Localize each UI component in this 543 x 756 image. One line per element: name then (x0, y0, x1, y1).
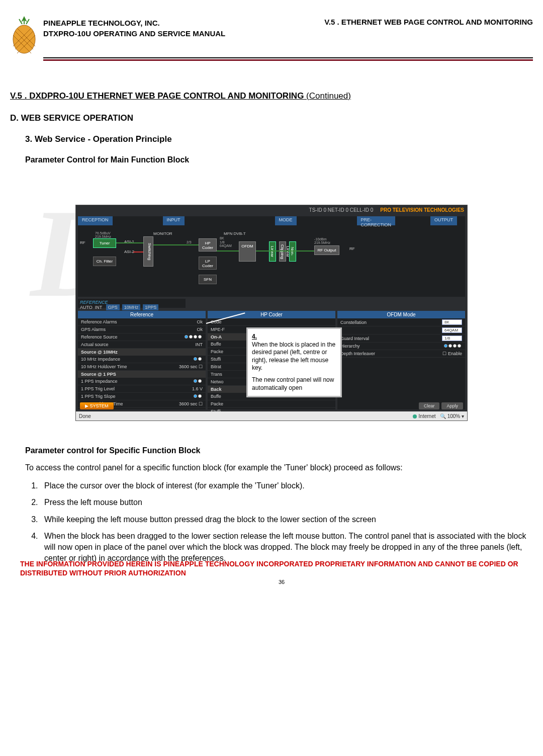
system-button[interactable]: ▶ SYSTEM (80, 402, 114, 409)
ofdm-row[interactable]: Depth Interleaver☐ Enable (337, 350, 465, 358)
ref-row[interactable]: 1 PPS Trig Slope (78, 393, 206, 400)
header-company: PINEAPPLE TECHNOLOGY, INC. (43, 18, 225, 28)
asi2-label: ASI-2 (124, 249, 134, 254)
sfn-block[interactable]: SFN (199, 275, 217, 284)
lpcoder-block[interactable]: LP Coder (199, 257, 217, 270)
col-input: INPUT (163, 216, 185, 225)
clear-button[interactable]: Clear (419, 402, 440, 409)
callout-number: 4. (252, 333, 336, 341)
subheading-3: 3. Web Service - Operation Principle (25, 134, 533, 144)
page-header: PINEAPPLE TECHNOLOGY, INC. DTXPRO-10U OP… (10, 15, 533, 55)
hpcoder-block[interactable]: HP Coder (199, 238, 217, 251)
step-item: While keeping the left mouse button pres… (40, 514, 533, 525)
callout-box: 4. When the block is placed in the desir… (246, 327, 342, 397)
col-reception: RECEPTION (78, 216, 113, 225)
panel-reference-title: Reference (78, 311, 206, 318)
block-diagram: RECEPTION INPUT MODE PRE-CORRECTION OUTP… (78, 216, 465, 297)
col-output: OUTPUT (430, 216, 457, 225)
svg-point-0 (13, 25, 35, 53)
embedded-screenshot: TS-ID 0 NET-ID 0 CELL-ID 0 PRO TELEVISIO… (75, 205, 468, 421)
ref-subhead-10mhz: Source @ 10MHz (78, 349, 206, 356)
hp-row: Packe (208, 400, 335, 408)
brand-label: PRO TELEVISION TECHNOLOGIES (380, 207, 464, 213)
steps-list: Place the cursor over the block of inter… (40, 480, 533, 564)
ref-row: Reference AlarmsOk (78, 318, 206, 326)
mfn-label: MFN DVB-T (224, 231, 246, 236)
hp-params2-label: 8K 1/8 64QAM (220, 236, 232, 248)
clipping-block[interactable]: Clipping (279, 241, 286, 262)
callout-text-1: When the block is placed in the desired … (252, 341, 336, 372)
ref-subhead-1pps: Source @ 1 PPS (78, 371, 206, 378)
para-heading-1: Parameter Control for Main Function Bloc… (25, 155, 533, 164)
footer-disclaimer: THE INFORMATION PROVIDED HEREIN IS PINEA… (20, 559, 543, 577)
chfilter-block[interactable]: Ch. Filter (93, 257, 116, 266)
ofdm-row[interactable]: 64QAM (337, 326, 465, 334)
ofdm-row[interactable]: Constellation8K (337, 318, 465, 326)
ref-row[interactable]: 1 PPS Trig Level1.6 V (78, 385, 206, 393)
col-precorrection: PRE-CORRECTION (357, 216, 396, 225)
ref-row: Actual sourceINT (78, 341, 206, 349)
header-section-ref: V.5 . ETHERNET WEB PAGE CONTROL AND MONI… (324, 18, 533, 39)
section-title: V.5 . DXDPRO-10U ETHERNET WEB PAGE CONTR… (10, 91, 533, 101)
apply-button[interactable]: Apply (441, 402, 463, 409)
pineapple-logo-icon (10, 15, 38, 55)
header-manual: DTXPRO-10U OPERATING AND SERVICE MANUAL (43, 28, 225, 39)
ref-row[interactable]: Reference Source (78, 333, 206, 341)
browser-statusbar: Done Internet 🔍 100% ▾ (76, 411, 467, 421)
page-number: 36 (20, 579, 543, 585)
ref-row[interactable]: 10 MHz Impedance (78, 356, 206, 363)
step-item: When the block has been dragged to the l… (40, 531, 533, 563)
monitor-label: MONITOR (153, 231, 172, 236)
rf-in-label: RF (80, 240, 85, 245)
rf-label: RF (349, 246, 355, 251)
switching-block[interactable]: Switching (143, 236, 153, 267)
hp-params-label: 2/3 (187, 240, 192, 244)
linear-block[interactable]: Linear (269, 241, 276, 262)
panel-reference: Reference Reference AlarmsOk GPS AlarmsO… (78, 311, 206, 409)
subheading-d: D. WEB SERVICE OPERATION (10, 113, 533, 123)
step-item: Press the left mouse button (40, 497, 533, 508)
ref-row[interactable]: 1 PPS Impedance (78, 378, 206, 385)
top-status-ids: TS-ID 0 NET-ID 0 CELL-ID 0 (309, 207, 374, 213)
panel-ofdm: OFDM Mode Constellation8K 64QAM Guard In… (337, 311, 465, 409)
tuner-signal-label: 76.5dBuV 219.5MHz (95, 231, 111, 238)
step-item: Place the cursor over the block of inter… (40, 480, 533, 491)
hp-row: Code (208, 318, 335, 326)
ref-row: GPS AlarmsOk (78, 326, 206, 333)
rfoutput-block[interactable]: RF Output (314, 245, 339, 255)
para-heading-2: Parameter control for Specific Function … (25, 446, 533, 455)
intro-text-2: To access the control panel for a specif… (25, 462, 533, 473)
ofdm-row[interactable]: Guard Interval1/8 (337, 334, 465, 343)
ofdm-block[interactable]: OFDM (239, 241, 256, 262)
callout-text-2: The new control panel will now automatic… (252, 376, 336, 392)
nonlinear-block[interactable]: Non-Linear (289, 241, 296, 262)
ofdm-row[interactable]: Hierarchy (337, 343, 465, 350)
ref-row[interactable]: 10 MHz Holdover Time3600 sec ☐ (78, 363, 206, 371)
rf-signal-label: -10dBm 219.5MHz (314, 237, 330, 244)
panel-ofdm-title: OFDM Mode (337, 311, 465, 318)
header-rule-1 (43, 57, 533, 58)
tuner-block[interactable]: Tuner (93, 238, 116, 248)
reference-strip: REFERENCE AUTO INT GPS 10MHz 1PPS (78, 299, 186, 308)
col-mode: MODE (275, 216, 297, 225)
